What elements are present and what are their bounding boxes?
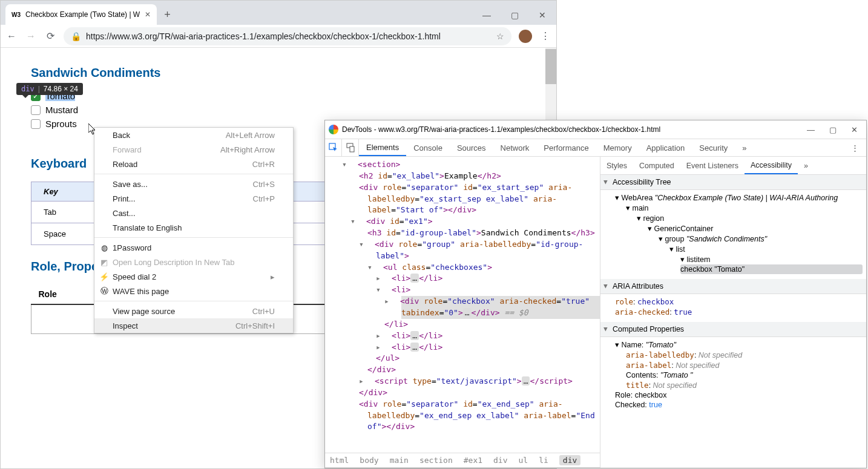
more-side-tabs-icon[interactable]: » [798,157,814,174]
tab-title: Checkbox Example (Two State) | W [25,10,140,19]
context-menu-item[interactable]: ⓌWAVE this page [94,284,293,298]
devtools-tab[interactable]: Console [406,139,450,156]
context-menu-item[interactable]: Save as...Ctrl+S [94,177,293,191]
devtools-menu-icon[interactable]: ⋮ [844,139,866,156]
devtools-tab[interactable]: Sources [450,139,493,156]
browser-titlebar: W3 Checkbox Example (Two State) | W ✕ + … [1,1,556,25]
browser-tab[interactable]: W3 Checkbox Example (Two State) | W ✕ [5,4,157,25]
a11y-tree-node[interactable]: ▾ listitem [680,254,863,264]
inspector-tooltip: div | 74.86 × 24 [16,83,83,95]
devtools-tabbar: ElementsConsoleSourcesNetworkPerformance… [325,139,866,157]
close-window-button[interactable]: ✕ [528,5,556,25]
back-button[interactable]: ← [5,31,18,42]
context-menu-item[interactable]: ◍1Password [94,240,293,255]
context-menu-item[interactable]: Translate to English [94,220,293,235]
context-menu-item[interactable]: Print...Ctrl+P [94,191,293,206]
side-tab[interactable]: Styles [600,157,633,174]
profile-avatar[interactable] [519,30,532,43]
context-menu-item[interactable]: Cast... [94,206,293,220]
devtools-side-panel: StylesComputedEvent ListenersAccessibili… [600,157,866,468]
maximize-button[interactable]: ▢ [829,125,837,134]
inspect-element-icon[interactable] [325,139,342,156]
devtools-tab[interactable]: Memory [596,139,639,156]
page-heading: Sandwich Condiments [31,66,526,80]
checkbox-item[interactable]: Mustard [31,105,526,115]
checkbox-icon [31,119,41,129]
devtools-title-text: DevTools - www.w3.org/TR/wai-aria-practi… [342,125,660,134]
breadcrumb-item[interactable]: body [360,456,378,465]
a11y-tree-header[interactable]: Accessibility Tree [600,175,866,190]
devtools-tab[interactable]: Elements [359,139,406,156]
menu-item-icon: ◩ [99,258,109,267]
breadcrumb-item[interactable]: div [493,456,507,465]
minimize-button[interactable]: — [473,5,501,25]
breadcrumb-item[interactable]: #ex1 [464,456,482,465]
context-menu-item[interactable]: View page sourceCtrl+U [94,304,293,318]
a11y-tree-node[interactable]: ▾ main [626,203,863,213]
devtools-tab[interactable]: Network [493,139,537,156]
browser-toolbar: ← → ⟳ 🔒 https://www.w3.org/TR/wai-aria-p… [1,25,556,48]
breadcrumb[interactable]: htmlbodymainsection#ex1divullidiv [325,453,600,467]
url-text: https://www.w3.org/TR/wai-aria-practices… [86,31,441,41]
minimize-button[interactable]: — [807,125,815,134]
reload-button[interactable]: ⟳ [44,30,56,42]
context-menu-item: ◩Open Long Description In New Tab [94,255,293,269]
close-button[interactable]: ✕ [851,125,858,134]
breadcrumb-item[interactable]: main [390,456,409,465]
checkbox-label: Mustard [45,105,78,115]
breadcrumb-item[interactable]: div [559,455,580,465]
computed-properties-header[interactable]: Computed Properties [600,322,866,337]
menu-item-icon: Ⓦ [99,286,109,297]
favicon: W3 [12,11,21,18]
maximize-button[interactable]: ▢ [501,5,528,25]
checkbox-icon [31,105,41,115]
checkbox-label: Sprouts [45,119,77,129]
checkbox-item[interactable]: ✓Tomato [31,91,526,101]
context-menu-item: ForwardAlt+Right Arrow [94,142,293,157]
devtools-tab[interactable]: Security [692,139,735,156]
side-tab[interactable]: Accessibility [745,157,798,174]
a11y-selected-node[interactable]: checkbox "Tomato" [680,264,863,274]
devtools-tab[interactable]: Performance [536,139,596,156]
a11y-tree-node[interactable]: ▾ list [669,244,863,254]
breadcrumb-item[interactable]: section [419,456,453,465]
elements-panel[interactable]: ▾<section> <h2 id="ex_label">Example</h2… [325,157,600,468]
context-menu-item[interactable]: ⚡Speed dial 2▸ [94,269,293,284]
a11y-tree: ▾ WebArea "Checkbox Example (Two State) … [600,190,866,279]
more-tabs-icon[interactable]: » [735,139,754,156]
svg-rect-2 [350,146,354,152]
breadcrumb-item[interactable]: li [539,456,548,465]
context-menu-item[interactable]: InspectCtrl+Shift+I [94,318,293,333]
device-toggle-icon[interactable] [342,139,359,156]
star-icon[interactable]: ☆ [496,31,504,41]
lock-icon: 🔒 [71,31,81,41]
a11y-tree-node[interactable]: ▾ group "Sandwich Condiments" [659,234,863,244]
aria-attributes-header[interactable]: ARIA Attributes [600,279,866,294]
side-tab[interactable]: Event Listeners [680,157,745,174]
breadcrumb-item[interactable]: ul [519,456,528,465]
close-tab-icon[interactable]: ✕ [145,10,151,19]
menu-item-icon: ◍ [99,243,109,252]
new-tab-button[interactable]: + [157,5,178,25]
forward-button[interactable]: → [25,31,37,42]
context-menu: BackAlt+Left ArrowForwardAlt+Right Arrow… [94,127,294,333]
kebab-menu-icon[interactable]: ⋮ [539,30,551,42]
devtools-titlebar: DevTools - www.w3.org/TR/wai-aria-practi… [325,120,866,139]
breadcrumb-item[interactable]: html [330,456,349,465]
side-tab[interactable]: Computed [633,157,680,174]
context-menu-item[interactable]: BackAlt+Left Arrow [94,128,293,142]
a11y-tree-node[interactable]: ▾ GenericContainer [648,223,863,234]
devtools-tab[interactable]: Application [639,139,692,156]
url-bar[interactable]: 🔒 https://www.w3.org/TR/wai-aria-practic… [64,27,511,45]
devtools-window: DevTools - www.w3.org/TR/wai-aria-practi… [324,120,867,468]
a11y-tree-node[interactable]: ▾ region [637,213,863,223]
chrome-logo-icon [329,125,338,134]
menu-item-icon: ⚡ [99,272,109,281]
context-menu-item[interactable]: ReloadCtrl+R [94,157,293,171]
